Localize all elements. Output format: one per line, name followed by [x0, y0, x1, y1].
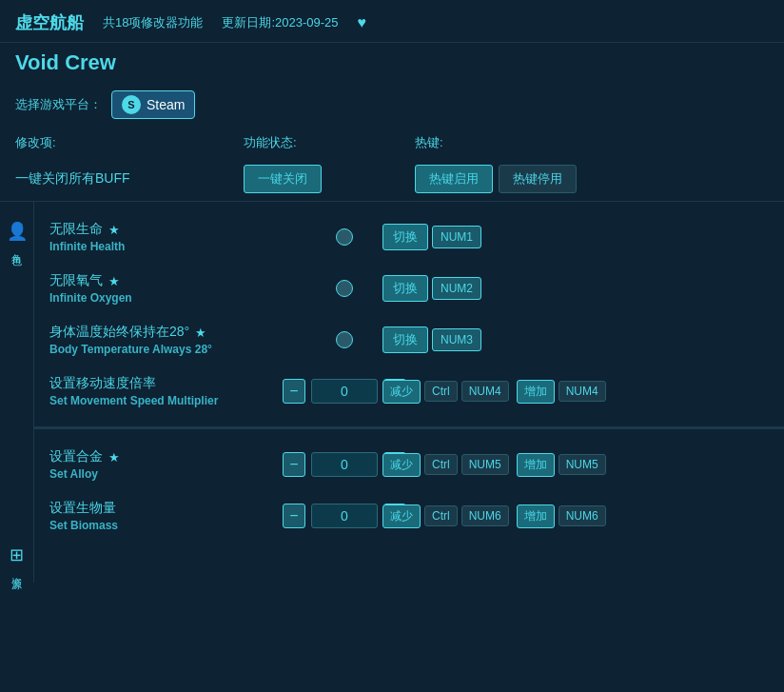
mod-name-en-3: Set Movement Speed Multiplier	[49, 394, 306, 407]
mod-name-en-alloy: Set Alloy	[49, 467, 306, 481]
modifier-row-infinite-health: 无限生命 ★ Infinite Health 切换 NUM1	[34, 211, 784, 263]
resources-icon: ⊞	[10, 544, 24, 565]
mod-name-zh-biomass: 设置生物量	[49, 500, 306, 517]
sidebar-character-label: 角色	[10, 246, 24, 249]
num5-increase-key: NUM5	[559, 454, 606, 475]
header: 虚空航船 共18项修改器功能 更新日期:2023-09-25 ♥	[0, 0, 784, 43]
close-all-button[interactable]: 一键关闭	[244, 165, 322, 193]
ctrl-key-movement: Ctrl	[424, 381, 458, 402]
col-header-mod: 修改项:	[15, 134, 244, 151]
app-logo: 虚空航船	[15, 11, 84, 34]
platform-section: 选择游戏平台： S Steam	[0, 85, 784, 129]
decrease-label-biomass[interactable]: 减少	[382, 504, 421, 528]
hotkey-disable-button[interactable]: 热键停用	[499, 165, 577, 193]
content-area: 无限生命 ★ Infinite Health 切换 NUM1 无限氧气	[34, 202, 784, 583]
decrease-label-movement[interactable]: 减少	[382, 380, 421, 404]
increase-label-alloy[interactable]: 增加	[517, 453, 555, 477]
decrease-label-alloy[interactable]: 减少	[382, 453, 421, 477]
platform-button-label: Steam	[147, 97, 185, 112]
switch-btn-0[interactable]: 切换	[382, 224, 428, 250]
toggle-infinite-health[interactable]	[336, 228, 353, 246]
mod-name-zh-alloy: 设置合金 ★	[49, 448, 306, 465]
star-icon-1: ★	[108, 274, 120, 288]
star-icon-0: ★	[108, 223, 120, 237]
switch-btn-1[interactable]: 切换	[382, 275, 428, 302]
input-movement[interactable]	[311, 379, 378, 404]
ctrl-key-biomass: Ctrl	[424, 505, 458, 526]
update-date: 更新日期:2023-09-25	[222, 14, 338, 31]
platform-label: 选择游戏平台：	[15, 96, 102, 113]
increase-label-biomass[interactable]: 增加	[517, 504, 555, 528]
favorite-icon[interactable]: ♥	[358, 14, 367, 31]
toggle-body-temp[interactable]	[336, 331, 353, 348]
star-icon-alloy: ★	[108, 450, 120, 465]
steam-logo-icon: S	[122, 95, 141, 114]
num6-increase-key: NUM6	[559, 505, 606, 526]
minus-movement[interactable]: −	[283, 379, 305, 404]
buff-row-name: 一键关闭所有BUFF	[15, 170, 130, 186]
title-section: Void Crew	[0, 43, 784, 85]
key-num1: NUM1	[432, 226, 481, 248]
resources-section: 设置合金 ★ Set Alloy − + 减少 Ctrl NUM5	[34, 429, 784, 551]
input-biomass[interactable]	[311, 504, 378, 528]
mod-name-zh-1: 无限氧气 ★	[49, 272, 306, 289]
input-alloy[interactable]	[311, 452, 378, 477]
mod-name-zh-3: 设置移动速度倍率	[49, 375, 306, 392]
column-headers: 修改项: 功能状态: 热键:	[0, 129, 784, 157]
mod-name-en-biomass: Set Biomass	[49, 519, 306, 532]
star-icon-2: ★	[195, 326, 206, 340]
key-num2: NUM2	[432, 277, 481, 300]
game-title: Void Crew	[15, 50, 769, 75]
mod-name-en-0: Infinite Health	[49, 240, 306, 253]
hotkey-enable-button[interactable]: 热键启用	[415, 165, 493, 193]
platform-button[interactable]: S Steam	[111, 90, 195, 119]
minus-alloy[interactable]: −	[283, 452, 305, 477]
key-num3: NUM3	[432, 328, 481, 351]
num6-decrease-key: NUM6	[461, 505, 509, 526]
character-icon: 👤	[7, 221, 28, 242]
sidebar-resources-label: 资源	[10, 569, 24, 573]
mod-name-zh-2: 身体温度始终保持在28° ★	[49, 324, 306, 341]
sidebar-item-resources[interactable]: ⊞ 资源	[10, 535, 24, 583]
num4-increase-key: NUM4	[559, 381, 606, 402]
character-section: 无限生命 ★ Infinite Health 切换 NUM1 无限氧气	[34, 202, 784, 427]
modifier-row-movement-speed: 设置移动速度倍率 Set Movement Speed Multiplier −…	[34, 366, 784, 417]
mod-name-en-2: Body Temperature Always 28°	[49, 343, 306, 356]
sidebar: 👤 角色 ⊞ 资源	[0, 202, 34, 583]
modifier-row-biomass: 设置生物量 Set Biomass − + 减少 Ctrl NUM6 增加 NU…	[34, 490, 784, 542]
mod-name-zh-0: 无限生命 ★	[49, 221, 306, 238]
col-header-status: 功能状态:	[244, 134, 415, 151]
num4-decrease-key: NUM4	[461, 381, 509, 402]
mod-count: 共18项修改器功能	[103, 14, 203, 31]
buff-row: 一键关闭所有BUFF 一键关闭 热键启用 热键停用	[0, 157, 784, 202]
col-header-hotkey: 热键:	[415, 134, 769, 151]
mod-name-en-1: Infinite Oxygen	[49, 291, 306, 305]
minus-biomass[interactable]: −	[283, 504, 305, 528]
main-content: 👤 角色 ⊞ 资源 无限生命 ★ Infinite Health	[0, 202, 784, 583]
modifier-row-body-temp: 身体温度始终保持在28° ★ Body Temperature Always 2…	[34, 314, 784, 366]
num5-decrease-key: NUM5	[461, 454, 509, 475]
switch-btn-2[interactable]: 切换	[382, 326, 428, 353]
sidebar-item-character[interactable]: 👤 角色	[7, 211, 28, 259]
modifier-row-infinite-oxygen: 无限氧气 ★ Infinite Oxygen 切换 NUM2	[34, 263, 784, 314]
increase-label-movement[interactable]: 增加	[517, 380, 555, 404]
toggle-infinite-oxygen[interactable]	[336, 280, 353, 297]
ctrl-key-alloy: Ctrl	[424, 454, 458, 475]
modifier-row-alloy: 设置合金 ★ Set Alloy − + 减少 Ctrl NUM5	[34, 439, 784, 490]
